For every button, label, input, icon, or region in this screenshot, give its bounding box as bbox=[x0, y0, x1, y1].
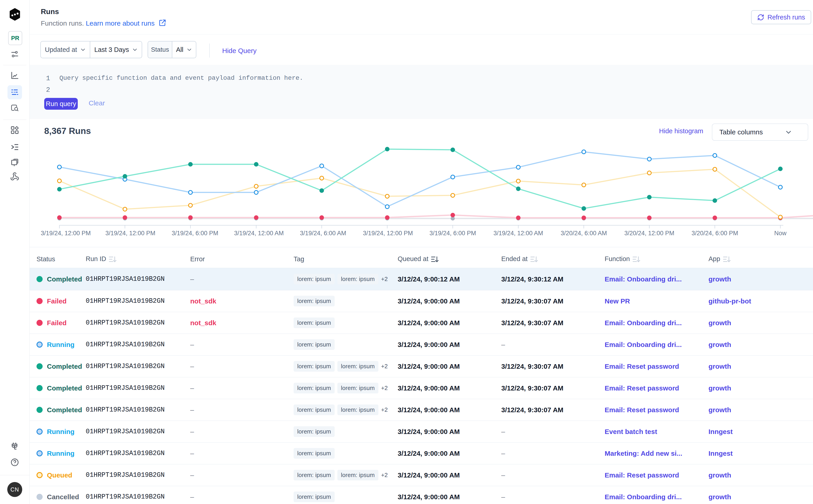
svg-text:3/20/24, 12:00 PM: 3/20/24, 12:00 PM bbox=[624, 230, 675, 237]
svg-text:3/19/24, 12:00 PM: 3/19/24, 12:00 PM bbox=[105, 230, 155, 237]
svg-text:3/20/24, 6:00 AM: 3/20/24, 6:00 AM bbox=[561, 230, 607, 237]
svg-text:3/19/24, 12:00 PM: 3/19/24, 12:00 PM bbox=[363, 230, 413, 237]
svg-text:3/19/24, 6:00 PM: 3/19/24, 6:00 PM bbox=[172, 230, 218, 237]
svg-text:3/20/24, 6:00 PM: 3/20/24, 6:00 PM bbox=[692, 230, 738, 237]
svg-text:3/19/24, 6:00 PM: 3/19/24, 6:00 PM bbox=[430, 230, 476, 237]
svg-text:3/19/24, 12:00 AM: 3/19/24, 12:00 AM bbox=[234, 230, 284, 237]
svg-text:3/19/24, 12:00 AM: 3/19/24, 12:00 AM bbox=[493, 230, 543, 237]
svg-text:Now: Now bbox=[774, 230, 787, 237]
svg-text:3/19/24, 12:00 PM: 3/19/24, 12:00 PM bbox=[41, 230, 91, 237]
svg-text:3/19/24, 6:00 AM: 3/19/24, 6:00 AM bbox=[300, 230, 346, 237]
